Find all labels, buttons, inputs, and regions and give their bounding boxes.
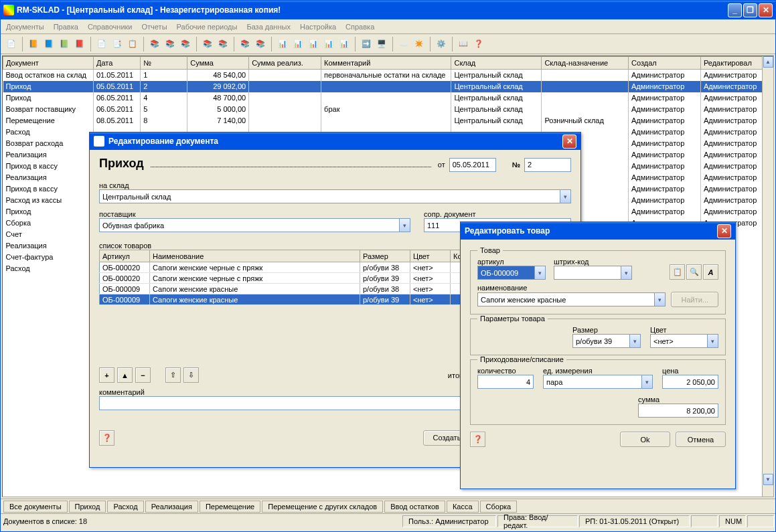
tb-doc2-icon[interactable]: 📘 (42, 37, 56, 51)
tb-doc4-icon[interactable]: 📕 (73, 37, 86, 51)
color-drop-icon[interactable] (707, 334, 718, 348)
table-row[interactable]: Перемещение08.05.201187 140,00Центральны… (3, 115, 773, 126)
tb-star-icon[interactable]: ✴️ (412, 37, 426, 51)
tb-doc7-icon[interactable]: 📋 (126, 37, 139, 51)
tb-rep3-icon[interactable]: 📊 (307, 37, 320, 51)
table-row[interactable]: Приход05.05.2011229 092,00Центральный ск… (3, 81, 773, 92)
prod-header[interactable]: Наименование (150, 250, 360, 262)
art-combo[interactable] (477, 266, 534, 280)
tab-expense[interactable]: Расход (107, 501, 143, 513)
menu-periods[interactable]: Рабочие периоды (177, 23, 238, 31)
prod-header[interactable]: Размер (360, 250, 410, 262)
supplier-drop-icon[interactable] (399, 218, 410, 232)
move-up-button[interactable]: ⇧ (165, 367, 181, 383)
tb-doc3-icon[interactable]: 📗 (58, 37, 71, 51)
table-row[interactable]: Приход06.05.2011448 700,00Центральный ск… (3, 92, 773, 104)
tb-ref2-icon[interactable]: 📚 (216, 37, 230, 51)
menu-documents[interactable]: Документы (6, 23, 44, 31)
dlg2-help-button[interactable]: ❓ (470, 432, 485, 447)
find-button[interactable]: Найти... (671, 292, 718, 307)
close-button[interactable]: ✕ (759, 3, 773, 17)
edit-row-button[interactable]: ▲ (117, 367, 133, 383)
menu-reports[interactable]: Отчеты (142, 23, 167, 31)
price-input[interactable] (662, 375, 718, 389)
cancel-button[interactable]: Отмена (676, 432, 726, 447)
tb-book2-icon[interactable]: 📚 (163, 37, 177, 51)
grid-header[interactable]: Создал (628, 57, 700, 70)
qty-input[interactable] (477, 375, 534, 389)
scroll-down-icon[interactable]: ▼ (763, 474, 773, 485)
dlg1-date-input[interactable] (449, 158, 496, 172)
tab-income[interactable]: Приход (69, 501, 106, 513)
color-combo[interactable] (650, 334, 707, 348)
grid-header[interactable]: Склад (451, 57, 542, 70)
menu-edit[interactable]: Правка (54, 23, 78, 31)
search-button[interactable]: 🔍 (686, 264, 702, 280)
tb-rep2-icon[interactable]: 📊 (291, 37, 305, 51)
minimize-button[interactable]: _ (728, 3, 742, 17)
add-row-button[interactable]: + (99, 367, 114, 383)
size-combo[interactable] (572, 334, 629, 348)
tb-rep5-icon[interactable]: 📊 (337, 37, 351, 51)
tb-doc1-icon[interactable]: 📙 (27, 37, 40, 51)
to-store-combo[interactable] (99, 189, 560, 203)
grid-scrollbar[interactable]: ▲ ▼ (762, 56, 773, 497)
grid-header[interactable]: Сумма реализ. (249, 57, 321, 70)
to-store-drop-icon[interactable] (560, 189, 571, 203)
art-drop-icon[interactable] (534, 266, 546, 280)
table-row[interactable]: Возврат поставщику06.05.201155 000,00бра… (3, 104, 773, 115)
grid-header[interactable]: Документ (3, 57, 94, 70)
tab-cash[interactable]: Касса (447, 501, 479, 513)
scroll-up-icon[interactable]: ▲ (763, 56, 773, 68)
table-row[interactable]: Ввод остатков на склад01.05.2011148 540,… (3, 70, 773, 81)
menu-database[interactable]: База данных (246, 23, 291, 31)
unit-drop-icon[interactable] (641, 375, 653, 389)
grid-header[interactable]: Комментарий (321, 57, 451, 70)
tab-move-from[interactable]: Перемещение с других складов (262, 501, 383, 513)
main-titlebar[interactable]: RM-SKLAD - [Центральный склад] - Незарег… (1, 1, 775, 19)
tb-ref1-icon[interactable]: 📚 (201, 37, 214, 51)
supplier-combo[interactable] (99, 218, 399, 232)
sum-input[interactable] (638, 404, 718, 418)
menu-settings[interactable]: Настройка (300, 23, 336, 31)
font-button[interactable]: A (703, 264, 718, 280)
size-drop-icon[interactable] (629, 334, 641, 348)
tb-screen-icon[interactable]: 🖥️ (375, 37, 388, 51)
tb-book3-icon[interactable]: 📚 (179, 37, 192, 51)
dlg1-close-button[interactable]: ✕ (562, 135, 576, 149)
tb-book1-icon[interactable]: 📚 (148, 37, 161, 51)
name-combo[interactable] (477, 292, 654, 306)
menu-help[interactable]: Справка (345, 23, 374, 31)
grid-header[interactable]: № (141, 57, 187, 70)
maximize-button[interactable]: ❐ (743, 3, 757, 17)
tab-assembly[interactable]: Сборка (480, 501, 518, 513)
prod-header[interactable]: Артикул (100, 250, 150, 262)
tb-doc5-icon[interactable]: 📄 (95, 37, 108, 51)
barcode-combo[interactable] (554, 266, 621, 280)
dlg2-close-button[interactable]: ✕ (717, 224, 731, 238)
tb-book-icon[interactable]: 📖 (457, 37, 470, 51)
dlg1-help-button[interactable]: ❓ (99, 430, 114, 446)
ok-button[interactable]: Ok (620, 432, 670, 447)
prod-header[interactable]: Цвет (410, 250, 451, 262)
tb-rep1-icon[interactable]: 📊 (276, 37, 289, 51)
move-down-button[interactable]: ⇩ (183, 367, 199, 383)
grid-header[interactable]: Дата (93, 57, 140, 70)
tb-ref4-icon[interactable]: 📚 (254, 37, 267, 51)
tb-new-icon[interactable]: 📄 (5, 37, 18, 51)
tb-exp-icon[interactable]: ➡️ (360, 37, 373, 51)
del-row-button[interactable]: − (135, 367, 151, 383)
dlg2-titlebar[interactable]: Редактировать товар ✕ (461, 222, 735, 240)
copy-button[interactable]: 📋 (670, 264, 685, 280)
tb-rep4-icon[interactable]: 📊 (322, 37, 335, 51)
tab-sale[interactable]: Реализация (145, 501, 198, 513)
tb-help-icon[interactable]: ❓ (472, 37, 485, 51)
tb-cloud-icon[interactable]: ☁️ (397, 37, 410, 51)
tb-ref3-icon[interactable]: 📚 (238, 37, 252, 51)
dlg1-titlebar[interactable]: Редактирование документа ✕ (90, 132, 580, 150)
barcode-drop-icon[interactable] (621, 266, 632, 280)
unit-combo[interactable] (543, 375, 641, 389)
tab-move[interactable]: Перемещение (200, 501, 260, 513)
name-drop-icon[interactable] (654, 292, 666, 306)
menu-refs[interactable]: Справочники (88, 23, 133, 31)
